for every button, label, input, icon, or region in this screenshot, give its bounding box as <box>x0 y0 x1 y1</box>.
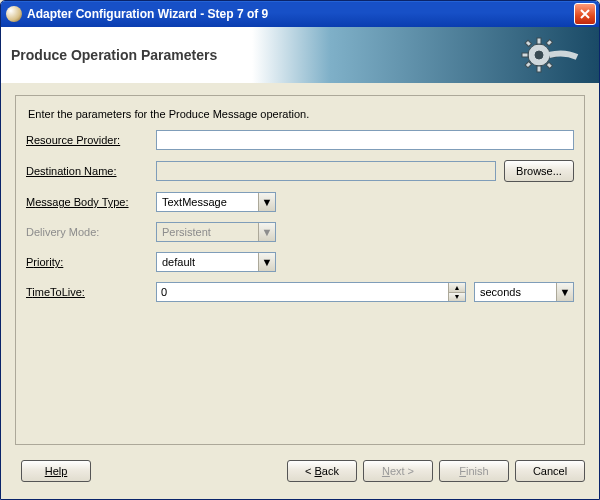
banner: Produce Operation Parameters <box>1 27 599 83</box>
browse-button[interactable]: Browse... <box>504 160 574 182</box>
resource-provider-input[interactable] <box>156 130 574 150</box>
label-resource-provider: Resource Provider: <box>26 134 156 146</box>
close-button[interactable] <box>574 3 596 25</box>
message-body-type-value: TextMessage <box>157 196 258 208</box>
row-message-body-type: Message Body Type: TextMessage ▼ <box>26 192 574 212</box>
chevron-down-icon: ▼ <box>258 253 275 271</box>
form-panel: Enter the parameters for the Produce Mes… <box>15 95 585 445</box>
svg-rect-2 <box>537 38 541 44</box>
spinner-up-icon[interactable]: ▲ <box>449 283 465 292</box>
app-icon <box>6 6 22 22</box>
svg-rect-6 <box>525 40 531 46</box>
svg-point-1 <box>535 51 543 59</box>
spinner-down-icon[interactable]: ▼ <box>449 292 465 302</box>
help-button[interactable]: Help <box>21 460 91 482</box>
delivery-mode-value: Persistent <box>157 226 258 238</box>
browse-button-label: Browse... <box>516 165 562 177</box>
back-button[interactable]: < Back <box>287 460 357 482</box>
delivery-mode-select: Persistent ▼ <box>156 222 276 242</box>
cancel-button[interactable]: Cancel <box>515 460 585 482</box>
chevron-down-icon: ▼ <box>556 283 573 301</box>
finish-button: Finish <box>439 460 509 482</box>
label-time-to-live: TimeToLive: <box>26 286 156 298</box>
label-delivery-mode: Delivery Mode: <box>26 226 156 238</box>
row-destination-name: Destination Name: Browse... <box>26 160 574 182</box>
message-body-type-select[interactable]: TextMessage ▼ <box>156 192 276 212</box>
chevron-down-icon: ▼ <box>258 193 275 211</box>
svg-rect-4 <box>522 53 528 57</box>
spinner-buttons[interactable]: ▲ ▼ <box>448 283 465 301</box>
instruction-text: Enter the parameters for the Produce Mes… <box>28 108 574 120</box>
page-title: Produce Operation Parameters <box>11 47 217 63</box>
row-priority: Priority: default ▼ <box>26 252 574 272</box>
wizard-window: Adapter Configuration Wizard - Step 7 of… <box>0 0 600 500</box>
close-icon <box>580 9 590 19</box>
time-to-live-input[interactable] <box>157 283 448 301</box>
time-unit-select[interactable]: seconds ▼ <box>474 282 574 302</box>
label-message-body-type: Message Body Type: <box>26 196 156 208</box>
time-unit-value: seconds <box>475 286 556 298</box>
label-destination-name: Destination Name: <box>26 165 156 177</box>
help-button-label: Help <box>45 465 68 477</box>
cancel-button-label: Cancel <box>533 465 567 477</box>
chevron-down-icon: ▼ <box>258 223 275 241</box>
footer: Help < Back Next > Finish Cancel <box>1 453 599 499</box>
gear-icon <box>519 33 579 77</box>
row-delivery-mode: Delivery Mode: Persistent ▼ <box>26 222 574 242</box>
content-area: Enter the parameters for the Produce Mes… <box>1 83 599 453</box>
svg-rect-3 <box>537 66 541 72</box>
svg-rect-8 <box>546 39 552 45</box>
priority-value: default <box>157 256 258 268</box>
priority-select[interactable]: default ▼ <box>156 252 276 272</box>
next-button: Next > <box>363 460 433 482</box>
destination-name-input <box>156 161 496 181</box>
time-to-live-spinner[interactable]: ▲ ▼ <box>156 282 466 302</box>
window-title: Adapter Configuration Wizard - Step 7 of… <box>27 7 574 21</box>
row-time-to-live: TimeToLive: ▲ ▼ seconds ▼ <box>26 282 574 302</box>
label-priority: Priority: <box>26 256 156 268</box>
row-resource-provider: Resource Provider: <box>26 130 574 150</box>
titlebar: Adapter Configuration Wizard - Step 7 of… <box>1 1 599 27</box>
